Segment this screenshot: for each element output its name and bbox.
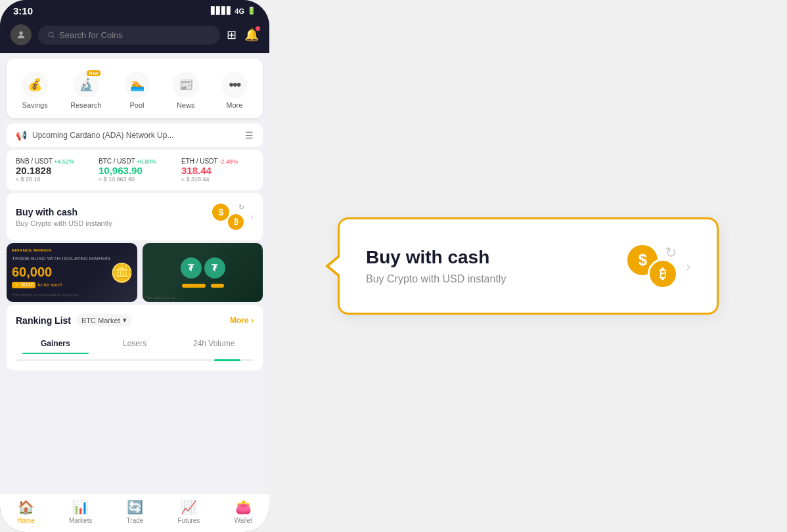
detail-coins-visual: $ ↻ ₿ xyxy=(625,243,678,289)
bnb-price: 20.1828 xyxy=(16,165,88,176)
tab-24h-volume[interactable]: 24h Volume xyxy=(174,334,254,354)
quick-item-pool[interactable]: 🏊 Pool xyxy=(124,72,150,109)
btc-coin: ₿ xyxy=(227,213,245,231)
banners-row: BINANCE MARGIN TRADE BUSD WITH ISOLATED … xyxy=(7,243,263,302)
trade-label: Trade xyxy=(127,517,144,524)
buy-cash-text: Buy with cash Buy Crypto with USD instan… xyxy=(16,207,211,227)
nav-futures[interactable]: 📈 Futures xyxy=(177,499,200,524)
futures-icon: 📈 xyxy=(181,499,197,515)
announcement-text: Upcoming Cardano (ADA) Network Up... xyxy=(32,131,240,140)
ticker-card: BNB / USDT+4.52% 20.1828 ≈ $ 20.18 BTC /… xyxy=(7,150,263,190)
ticker-row: BNB / USDT+4.52% 20.1828 ≈ $ 20.18 BTC /… xyxy=(16,158,254,183)
ranking-card: Ranking List BTC Market ▾ More › Gainers… xyxy=(7,305,263,370)
nav-wallet[interactable]: 👛 Wallet xyxy=(234,499,252,524)
chevron-right-icon: › xyxy=(250,211,254,222)
nav-markets[interactable]: 📊 Markets xyxy=(69,499,93,524)
tab-gainers[interactable]: Gainers xyxy=(16,334,95,354)
markets-icon: 📊 xyxy=(72,499,89,515)
ticker-eth[interactable]: ETH / USDT-2.48% 318.44 ≈ $ 318.44 xyxy=(181,158,254,183)
tether-coins: ₮ ₮ xyxy=(181,257,225,278)
banner-binance[interactable]: BINANCE MARGIN TRADE BUSD WITH ISOLATED … xyxy=(7,243,137,302)
pool-icon: 🏊 xyxy=(124,72,150,98)
coins-visual: $ ↻ ₿ xyxy=(211,202,245,231)
ticker-bnb[interactable]: BNB / USDT+4.52% 20.1828 ≈ $ 20.18 xyxy=(16,158,88,183)
research-icon: 🔬 New xyxy=(73,72,99,98)
list-icon[interactable]: ☰ xyxy=(245,130,254,141)
news-label: News xyxy=(177,101,195,109)
battery-icon: 🔋 xyxy=(247,7,256,15)
refresh-icon: ↻ xyxy=(238,203,244,211)
home-icon: 🏠 xyxy=(18,499,34,515)
markets-label: Markets xyxy=(69,517,93,524)
bottom-nav: 🏠 Home 📊 Markets 🔄 Trade 📈 Futures 👛 Wal… xyxy=(0,493,269,532)
svg-point-1 xyxy=(49,32,53,37)
dropdown-icon: ▾ xyxy=(123,316,127,324)
scroll-indicator xyxy=(16,359,254,361)
nav-trade[interactable]: 🔄 Trade xyxy=(127,499,144,524)
research-label: Research xyxy=(70,101,101,109)
wallet-icon: 👛 xyxy=(235,499,252,515)
search-bar[interactable]: Search for Coins xyxy=(38,26,220,45)
ticker-btc[interactable]: BTC / USDT+6.89% 10,963.90 ≈ $ 10,963.90 xyxy=(99,158,171,183)
buy-cash-title: Buy with cash xyxy=(16,207,211,217)
bnb-pair: BNB / USDT+4.52% xyxy=(16,158,88,165)
ranking-title: Ranking List xyxy=(16,315,71,326)
nav-home[interactable]: 🏠 Home xyxy=(17,499,35,524)
btc-price: 10,963.90 xyxy=(99,165,171,176)
quick-item-news[interactable]: 📰 News xyxy=(173,72,199,109)
quick-menu-card: 💰 Savings 🔬 New Research 🏊 Pool 📰 Ne xyxy=(7,58,263,118)
detail-btc-coin: ₿ xyxy=(648,259,678,289)
banner-description: TRADE BUSD WITH ISOLATED MARGIN xyxy=(12,255,132,261)
market-label: BTC Market xyxy=(81,317,120,324)
phone-shell: 3:10 ▋▋▋▋ 4G 🔋 Search for Coins ⊞ 🔔 xyxy=(0,0,269,532)
ranking-tabs: Gainers Losers 24h Volume xyxy=(16,334,254,354)
main-scroll[interactable]: 💰 Savings 🔬 New Research 🏊 Pool 📰 Ne xyxy=(0,53,269,532)
app-header: Search for Coins ⊞ 🔔 xyxy=(0,19,269,53)
right-panel: Buy with cash Buy Crypto with USD instan… xyxy=(269,191,787,341)
tab-losers[interactable]: Losers xyxy=(95,334,175,354)
status-bar: 3:10 ▋▋▋▋ 4G 🔋 xyxy=(0,0,269,19)
new-badge: New xyxy=(87,70,100,76)
more-icon: ••• xyxy=(221,72,248,98)
svg-point-0 xyxy=(19,32,22,35)
eth-pair: ETH / USDT-2.48% xyxy=(181,158,254,165)
more-label: More xyxy=(226,101,242,109)
scan-icon[interactable]: ⊞ xyxy=(227,28,236,42)
announcement-bar[interactable]: 📢 Upcoming Cardano (ADA) Network Up... ☰ xyxy=(7,123,263,147)
search-icon xyxy=(47,31,55,39)
buy-card-detail[interactable]: Buy with cash Buy Crypto with USD instan… xyxy=(338,217,719,315)
quick-item-more[interactable]: ••• More xyxy=(221,72,248,109)
news-icon: 📰 xyxy=(173,72,199,98)
buy-cash-card[interactable]: Buy with cash Buy Crypto with USD instan… xyxy=(7,193,263,240)
network-label: 4G xyxy=(235,7,244,15)
btc-pair: BTC / USDT+6.89% xyxy=(99,158,171,165)
bell-icon[interactable]: 🔔 xyxy=(244,28,259,42)
buy-cash-subtitle: Buy Crypto with USD instantly xyxy=(16,219,211,227)
header-icons: ⊞ 🔔 xyxy=(227,28,259,42)
quick-item-research[interactable]: 🔬 New Research xyxy=(70,72,101,109)
trade-icon: 🔄 xyxy=(127,499,143,515)
megaphone-icon: 📢 xyxy=(16,130,27,141)
banner-brand: BINANCE MARGIN xyxy=(12,248,132,252)
svg-line-2 xyxy=(53,36,55,38)
signal-icon: ▋▋▋▋ xyxy=(211,7,232,15)
scroll-thumb xyxy=(214,359,240,361)
tether-stack xyxy=(182,284,224,288)
wallet-label: Wallet xyxy=(234,517,252,524)
status-time: 3:10 xyxy=(13,5,33,16)
market-pill[interactable]: BTC Market ▾ xyxy=(76,314,132,326)
tether-disclaimer: This activity is no... xyxy=(145,296,179,299)
buy-detail-text: Buy with cash Buy Crypto with USD instan… xyxy=(366,247,625,285)
savings-label: Savings xyxy=(22,101,48,109)
eth-usd: ≈ $ 318.44 xyxy=(181,176,254,183)
banner-tether[interactable]: ₮ ₮ This activity is no... xyxy=(143,243,263,302)
eth-price: 318.44 xyxy=(181,165,254,176)
ranking-header: Ranking List BTC Market ▾ More › xyxy=(16,314,254,326)
avatar[interactable] xyxy=(11,24,32,45)
quick-item-savings[interactable]: 💰 Savings xyxy=(22,72,48,109)
search-placeholder: Search for Coins xyxy=(59,30,123,40)
more-link[interactable]: More › xyxy=(230,316,254,325)
quick-menu: 💰 Savings 🔬 New Research 🏊 Pool 📰 Ne xyxy=(11,65,259,112)
home-label: Home xyxy=(17,517,35,524)
btc-usd: ≈ $ 10,963.90 xyxy=(99,176,171,183)
